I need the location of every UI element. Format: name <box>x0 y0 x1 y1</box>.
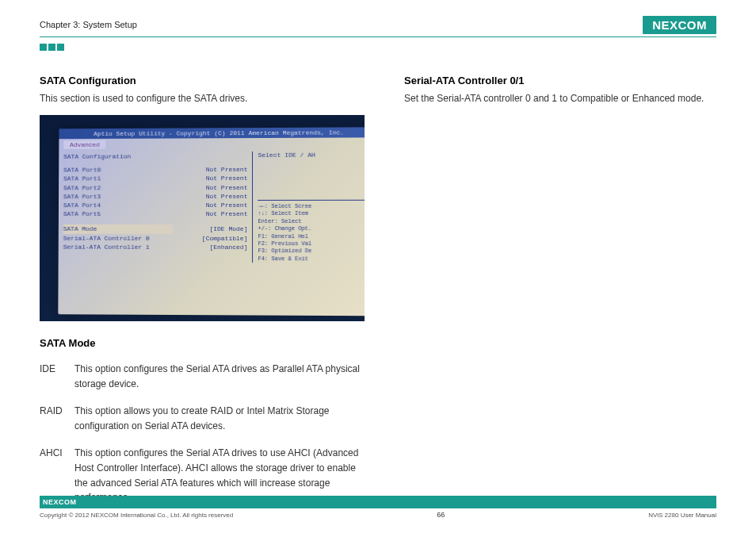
bios-setting-row: SATA Mode[IDE Mode] <box>63 224 248 233</box>
bios-help-line: +/-: Change Opt. <box>258 225 365 233</box>
bios-help-line: ↑↓: Select Item <box>258 210 365 218</box>
header-rule <box>40 36 716 37</box>
bios-port-row: SATA Port5Not Present <box>63 209 248 218</box>
bios-tab-advanced: Advanced <box>63 140 106 149</box>
bios-help-line: F1: General Hel <box>258 233 365 241</box>
bios-setting-row: Serial-ATA Controller 0[Compatible] <box>63 233 248 242</box>
page-number: 66 <box>437 511 445 519</box>
sata-mode-heading: SATA Mode <box>40 337 365 349</box>
bios-help-line: F3: Optimized De <box>258 248 365 256</box>
sata-config-text: This section is used to configure the SA… <box>40 91 365 105</box>
bios-help-hint: Select IDE / AH <box>258 151 365 159</box>
serial-ata-text: Set the Serial-ATA controller 0 and 1 to… <box>404 91 716 105</box>
brand-logo: NEXCOM <box>643 16 716 34</box>
bios-help-line: Enter: Select <box>258 218 365 226</box>
bios-port-row: SATA Port1Not Present <box>63 174 247 183</box>
footer-bar: NEXCOM <box>40 496 716 508</box>
bios-title: Aptio Setup Utility - Copyright (C) 2011… <box>59 127 365 139</box>
mode-row: IDEThis option configures the Serial ATA… <box>40 362 365 391</box>
bios-help-line: F2: Previous Val <box>258 240 365 248</box>
bios-port-row: SATA Port0Not Present <box>63 165 247 174</box>
serial-ata-heading: Serial-ATA Controller 0/1 <box>404 75 716 86</box>
bios-port-row: SATA Port3Not Present <box>63 192 248 201</box>
decorative-squares <box>40 44 716 51</box>
chapter-title: Chapter 3: System Setup <box>40 20 137 29</box>
footer-doc-name: NViS 2280 User Manual <box>648 512 716 519</box>
bios-port-row: SATA Port2Not Present <box>63 183 248 193</box>
bios-port-row: SATA Port4Not Present <box>63 201 248 209</box>
bios-help-line: →←: Select Scree <box>258 203 365 211</box>
footer-copyright: Copyright © 2012 NEXCOM International Co… <box>40 512 233 519</box>
mode-row: RAIDThis option allows you to create RAI… <box>40 404 365 433</box>
mode-label: RAID <box>40 404 74 433</box>
mode-description: This option configures the Serial ATA dr… <box>74 362 365 391</box>
sata-config-heading: SATA Configuration <box>40 75 365 86</box>
footer-brand-logo: NEXCOM <box>43 498 77 506</box>
bios-section-label: SATA Configuration <box>63 151 247 161</box>
bios-setting-row: Serial-ATA Controller 1[Enhanced] <box>63 242 248 251</box>
bios-screenshot: Aptio Setup Utility - Copyright (C) 2011… <box>40 115 365 321</box>
mode-description: This option allows you to create RAID or… <box>74 404 365 433</box>
mode-label: IDE <box>40 362 74 391</box>
bios-help-line: F4: Save & Exit <box>258 255 365 263</box>
